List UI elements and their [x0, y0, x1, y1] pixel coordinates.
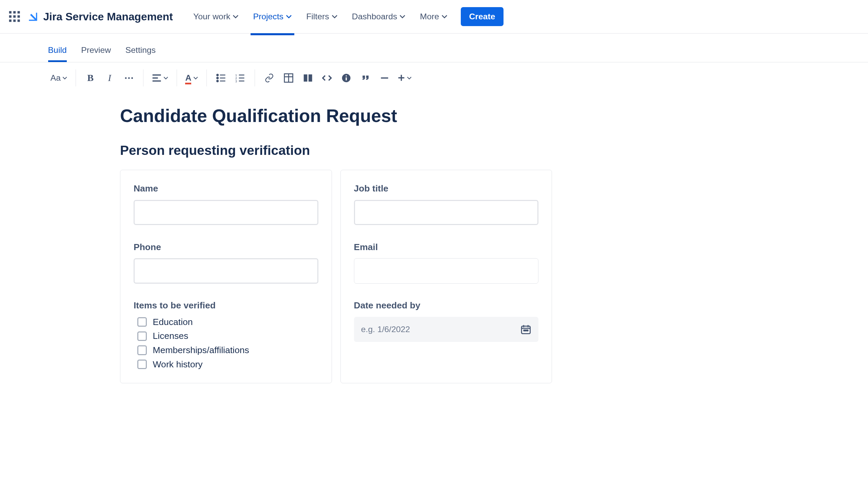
- text-color-button[interactable]: A: [183, 69, 200, 86]
- items-label: Items to be verified: [134, 300, 318, 311]
- layout-icon: [303, 73, 313, 83]
- top-nav: Jira Service Management Your work Projec…: [0, 0, 868, 34]
- checkbox-icon[interactable]: [137, 360, 147, 369]
- align-button[interactable]: [150, 69, 171, 86]
- svg-point-49: [527, 330, 528, 331]
- numbered-list-button[interactable]: 123: [232, 69, 249, 86]
- checkbox-icon[interactable]: [137, 317, 147, 327]
- table-button[interactable]: [280, 69, 297, 86]
- check-row[interactable]: Memberships/affiliations: [137, 345, 318, 355]
- chevron-down-icon: [332, 14, 338, 20]
- check-list: EducationLicensesMemberships/affiliation…: [134, 317, 318, 370]
- date-placeholder: e.g. 1/6/2022: [361, 325, 410, 334]
- nav-items: Your work Projects Filters Dashboards Mo…: [187, 7, 868, 26]
- code-button[interactable]: [319, 69, 336, 86]
- document-title[interactable]: Candidate Qualification Request: [120, 105, 868, 126]
- text-style-button[interactable]: Aa: [48, 69, 70, 86]
- chevron-down-icon: [163, 76, 168, 80]
- svg-rect-3: [9, 16, 12, 18]
- link-button[interactable]: [261, 69, 278, 86]
- svg-rect-0: [9, 11, 12, 14]
- chevron-down-icon: [233, 14, 239, 20]
- svg-rect-35: [303, 74, 307, 81]
- email-input[interactable]: [354, 258, 539, 283]
- tab-build[interactable]: Build: [48, 38, 67, 62]
- main: Aa B I A: [0, 62, 868, 488]
- nav-label: Your work: [193, 12, 230, 21]
- calendar-icon: [520, 324, 531, 335]
- nav-label: Filters: [306, 12, 329, 21]
- numbered-list-icon: 123: [235, 73, 245, 83]
- create-button[interactable]: Create: [461, 7, 504, 26]
- divider-button[interactable]: [376, 69, 393, 86]
- email-label: Email: [354, 242, 539, 252]
- phone-input[interactable]: [134, 258, 318, 283]
- quote-button[interactable]: [357, 69, 374, 86]
- nav-dashboards[interactable]: Dashboards: [346, 7, 412, 26]
- chevron-down-icon: [193, 76, 198, 80]
- svg-rect-5: [17, 16, 20, 18]
- svg-rect-4: [13, 16, 16, 18]
- check-row[interactable]: Work history: [137, 359, 318, 370]
- bold-button[interactable]: B: [82, 69, 99, 86]
- italic-button[interactable]: I: [101, 69, 118, 86]
- checkbox-icon[interactable]: [137, 331, 147, 341]
- product-name: Jira Service Management: [43, 11, 173, 23]
- check-row[interactable]: Education: [137, 317, 318, 327]
- text-style-label: Aa: [51, 73, 61, 83]
- product-logo[interactable]: Jira Service Management: [26, 10, 173, 23]
- svg-rect-1: [13, 11, 16, 14]
- date-needed-input[interactable]: e.g. 1/6/2022: [354, 317, 539, 342]
- svg-point-22: [217, 77, 218, 79]
- svg-point-24: [217, 80, 218, 82]
- svg-point-20: [217, 74, 218, 76]
- svg-text:3: 3: [235, 79, 237, 83]
- editor-area: Aa B I A: [0, 62, 868, 488]
- check-label: Licenses: [153, 331, 189, 341]
- tab-settings[interactable]: Settings: [125, 38, 156, 62]
- app-switcher-icon[interactable]: [7, 9, 21, 24]
- chevron-down-icon: [286, 14, 292, 20]
- nav-filters[interactable]: Filters: [300, 7, 344, 26]
- svg-rect-6: [9, 20, 12, 22]
- ellipsis-icon: [125, 74, 133, 82]
- bullet-list-icon: [216, 73, 226, 83]
- chevron-down-icon: [441, 14, 448, 20]
- plus-icon: [398, 74, 405, 81]
- check-label: Education: [153, 317, 193, 327]
- page-tabs: Build Preview Settings: [0, 34, 868, 62]
- nav-label: Projects: [253, 12, 283, 21]
- svg-point-15: [128, 77, 130, 79]
- name-input[interactable]: [134, 200, 318, 225]
- nav-your-work[interactable]: Your work: [187, 7, 244, 26]
- jira-logo-icon: [26, 10, 40, 23]
- code-icon: [322, 73, 332, 83]
- form-card-left: Name Phone Items to be verified Educatio…: [120, 170, 332, 383]
- layout-button[interactable]: [299, 69, 316, 86]
- nav-projects[interactable]: Projects: [247, 7, 298, 26]
- section-heading[interactable]: Person requesting verification: [120, 143, 868, 158]
- date-needed-label: Date needed by: [354, 300, 539, 311]
- job-title-input[interactable]: [354, 200, 539, 225]
- nav-more[interactable]: More: [414, 7, 454, 26]
- info-button[interactable]: [338, 69, 355, 86]
- checkbox-icon[interactable]: [137, 345, 147, 355]
- name-label: Name: [134, 183, 318, 194]
- bullet-list-button[interactable]: [213, 69, 230, 86]
- more-formatting-button[interactable]: [120, 69, 137, 86]
- svg-rect-38: [346, 77, 347, 80]
- nav-label: More: [420, 12, 439, 21]
- svg-rect-7: [13, 20, 16, 22]
- chevron-down-icon: [62, 76, 67, 80]
- form-columns: Name Phone Items to be verified Educatio…: [120, 170, 552, 383]
- svg-point-47: [524, 330, 525, 331]
- info-icon: [341, 73, 351, 83]
- table-icon: [284, 73, 293, 83]
- link-icon: [264, 73, 274, 83]
- svg-rect-36: [309, 74, 312, 81]
- tab-preview[interactable]: Preview: [81, 38, 111, 62]
- check-label: Work history: [153, 359, 203, 370]
- insert-button[interactable]: [395, 69, 414, 86]
- check-row[interactable]: Licenses: [137, 331, 318, 341]
- svg-rect-8: [17, 20, 20, 22]
